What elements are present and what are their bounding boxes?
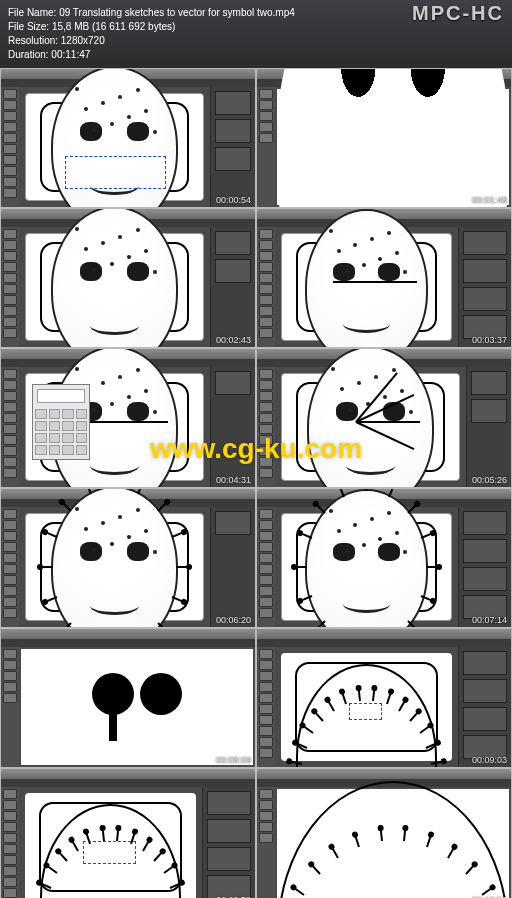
timestamp: 00:02:43: [216, 335, 251, 345]
side-panels[interactable]: [210, 227, 255, 347]
side-panels[interactable]: [458, 227, 511, 347]
canvas[interactable]: [281, 233, 452, 341]
dot-icon: [136, 368, 140, 372]
thumbnail-sheet: MPC-HC File Name: 09 Translating sketche…: [0, 0, 512, 898]
canvas[interactable]: [25, 373, 204, 481]
value-filesize: 15,8 MB (16 611 692 bytes): [52, 21, 175, 32]
tool-panel[interactable]: [257, 787, 275, 898]
codec-badge: MPC-HC: [412, 6, 504, 20]
calculator-window[interactable]: [32, 384, 90, 460]
info-bar: MPC-HC File Name: 09 Translating sketche…: [0, 0, 512, 68]
dot-icon: [331, 367, 335, 371]
selection-box[interactable]: [83, 841, 136, 865]
canvas[interactable]: [21, 649, 253, 765]
dot-icon: [403, 550, 407, 554]
thumb-cell: 00:09:58: [0, 768, 256, 898]
dot-icon: [118, 515, 122, 519]
canvas[interactable]: [277, 89, 509, 205]
pin-icon: [294, 887, 305, 896]
thumb-cell: Pinhead 00:00:54: [0, 68, 256, 208]
tool-panel[interactable]: [1, 507, 19, 627]
pin-icon: [290, 760, 302, 764]
pin-icon: [419, 726, 430, 735]
side-panels[interactable]: [210, 507, 255, 627]
pin-icon: [142, 840, 150, 851]
dot-icon: [395, 531, 399, 535]
dot-icon: [153, 270, 157, 274]
side-panels[interactable]: [210, 87, 255, 207]
tool-panel[interactable]: [257, 507, 275, 627]
canvas[interactable]: [281, 513, 452, 621]
selection-box[interactable]: [349, 703, 382, 720]
side-panels[interactable]: [458, 507, 511, 627]
guide-line[interactable]: [333, 281, 418, 283]
selection-box[interactable]: [65, 156, 166, 190]
info-line-resolution: Resolution: 1280x720: [8, 34, 504, 48]
dot-icon: [110, 122, 114, 126]
value-resolution: 1280x720: [61, 35, 105, 46]
pin-icon: [426, 742, 438, 749]
head-outline: [277, 781, 509, 898]
side-panels[interactable]: [466, 367, 511, 487]
pin-icon: [403, 829, 406, 841]
dot-icon: [153, 410, 157, 414]
guide-line[interactable]: [79, 421, 168, 423]
face-sketch: [51, 208, 179, 348]
dot-icon: [136, 228, 140, 232]
dot-icon: [75, 367, 79, 371]
canvas[interactable]: [25, 513, 204, 621]
canvas[interactable]: [277, 789, 509, 898]
tool-panel[interactable]: [1, 87, 19, 207]
dot-icon: [370, 517, 374, 521]
pin-icon: [426, 566, 438, 568]
tool-panel[interactable]: [257, 367, 275, 487]
dot-icon: [378, 537, 382, 541]
dot-icon: [383, 395, 387, 399]
dot-icon: [357, 381, 361, 385]
dot-icon: [127, 535, 131, 539]
dot-icon: [353, 243, 357, 247]
dot-icon: [374, 375, 378, 379]
tool-panel[interactable]: [1, 227, 19, 347]
value-duration: 00:11:47: [51, 49, 90, 60]
pin-icon: [398, 700, 406, 711]
pin-icon: [342, 693, 348, 705]
side-panels[interactable]: [458, 647, 511, 767]
tool-panel[interactable]: [257, 647, 275, 767]
dot-icon: [101, 381, 105, 385]
tool-panel[interactable]: [1, 647, 19, 767]
canvas[interactable]: [25, 793, 196, 898]
pin-icon: [379, 829, 382, 841]
side-panels[interactable]: [202, 787, 255, 898]
pin-icon: [170, 882, 182, 889]
calculator-keys[interactable]: [33, 407, 89, 457]
canvas[interactable]: Pinhead: [25, 93, 204, 201]
tool-panel[interactable]: [1, 367, 19, 487]
pin-icon: [355, 835, 361, 847]
tool-panel[interactable]: [257, 227, 275, 347]
value-filename: 09 Translating sketches to vector for sy…: [59, 7, 295, 18]
pin-icon: [331, 847, 339, 858]
dot-icon: [400, 389, 404, 393]
dot-icon: [153, 550, 157, 554]
tool-panel[interactable]: [257, 87, 275, 207]
pin-icon: [71, 840, 79, 851]
canvas[interactable]: [281, 653, 452, 761]
dot-icon: [136, 88, 140, 92]
dot-icon: [84, 247, 88, 251]
dot-icon: [409, 410, 413, 414]
tool-panel[interactable]: [1, 787, 19, 898]
pin-icon: [41, 566, 53, 568]
dot-icon: [84, 107, 88, 111]
label-resolution: Resolution:: [8, 35, 58, 46]
dot-icon: [75, 87, 79, 91]
timestamp: 00:00:54: [216, 195, 251, 205]
timestamp: 00:04:31: [216, 475, 251, 485]
pin-icon: [365, 488, 367, 491]
pin-icon: [295, 566, 307, 568]
info-line-duration: Duration: 00:11:47: [8, 48, 504, 62]
side-panels[interactable]: [210, 367, 255, 487]
dot-icon: [337, 529, 341, 533]
canvas[interactable]: [25, 233, 204, 341]
canvas[interactable]: [281, 373, 460, 481]
